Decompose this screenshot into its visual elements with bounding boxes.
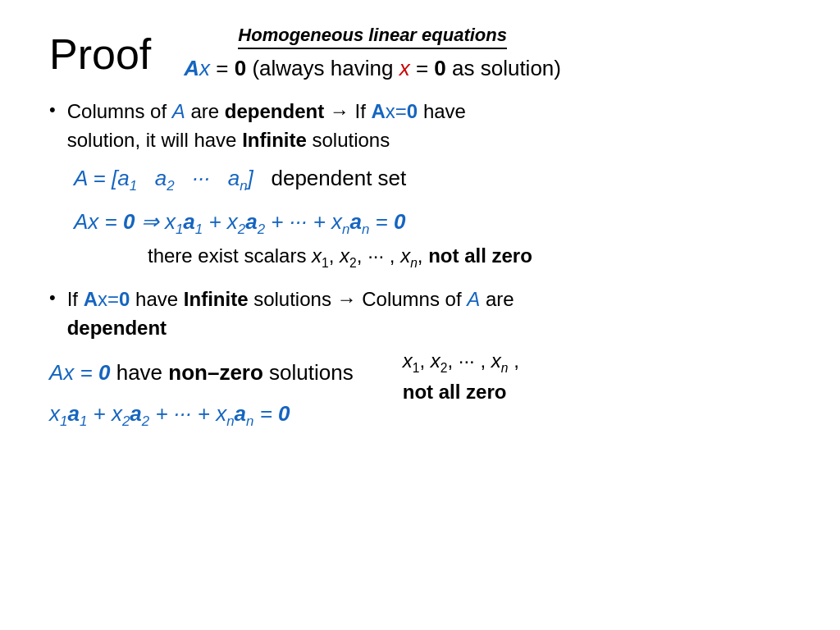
ax-term: Ax [184, 56, 210, 80]
combination-line: x1a1 + x2a2 + ··· + xnan = 0 [49, 395, 354, 434]
bottom-two-col: Ax = 0 have non–zero solutions x1a1 + x2… [49, 349, 791, 437]
not-all-zero-label-1: not all zero [428, 244, 532, 267]
header-section: Proof Homogeneous linear equations Ax = … [49, 25, 791, 81]
have-nonzero: have non–zero solutions [116, 360, 354, 385]
title-formula-col: Homogeneous linear equations Ax = 0 (alw… [184, 25, 561, 81]
infinite-label-2: Infinite [184, 288, 249, 310]
math-block-eq1: Ax = 0 ⇒ x1a1 + x2a2 + ··· + xnan = 0 [74, 203, 791, 242]
formula-description: (always having [252, 56, 399, 80]
Ax-ref-2: Ax=0 [84, 288, 130, 310]
scalars-line: there exist scalars x1, x2, ··· , xn, no… [148, 244, 791, 271]
bullet-section-1: • Columns of A are dependent → If Ax=0 h… [49, 98, 791, 271]
combination-expr: x1a1 + x2a2 + ··· + xnan = 0 [49, 401, 290, 426]
math-block-set: A = [a1 a2 ··· an] dependent set [74, 160, 791, 199]
bullet-text-2: If Ax=0 have Infinite solutions → Column… [67, 285, 514, 343]
A-set: A = [a1 a2 ··· an] [74, 166, 259, 190]
infinite-label-1: Infinite [242, 129, 307, 151]
main-formula: Ax = 0 (always having x = 0 as solution) [184, 56, 561, 81]
Ax-nonzero: Ax = 0 [49, 360, 116, 385]
bullet-item-2: • If Ax=0 have Infinite solutions → Colu… [49, 285, 791, 343]
bullet-item-1: • Columns of A are dependent → If Ax=0 h… [49, 98, 791, 155]
zero-rhs: 0 [235, 56, 246, 80]
equals-sign2: = [416, 56, 434, 80]
bullet-section-2: • If Ax=0 have Infinite solutions → Colu… [49, 285, 791, 437]
dependent-label-2: dependent [67, 317, 167, 339]
title-row: Proof Homogeneous linear equations Ax = … [49, 25, 791, 81]
Ax-ref-1: Ax=0 [372, 100, 418, 122]
dependent-label-1: dependent [225, 100, 324, 122]
content-area: • Columns of A are dependent → If Ax=0 h… [49, 98, 791, 437]
not-all-zero-label-2: not all zero [403, 381, 519, 404]
Ax-eq-0-line: Ax = 0 ⇒ x1a1 + x2a2 + ··· + xnan = 0 [74, 209, 405, 234]
xn-list: x1, x2, ··· , xn , [403, 349, 519, 376]
x-var: x [399, 56, 410, 80]
as-solution: as solution) [452, 56, 561, 80]
A-ref-2: A [467, 288, 480, 310]
bullet-dot-2: • [49, 287, 56, 308]
proof-label: Proof [49, 33, 151, 75]
dependent-set-label: dependent set [259, 166, 406, 190]
A-ref-1: A [172, 100, 185, 122]
slide-title: Homogeneous linear equations [238, 25, 507, 49]
bullet-text-1: Columns of A are dependent → If Ax=0 hav… [67, 98, 466, 155]
zero-bold: 0 [434, 56, 445, 80]
bullet-dot-1: • [49, 99, 56, 121]
ax-nonzero-line: Ax = 0 have non–zero solutions [49, 354, 354, 390]
col-left: Ax = 0 have non–zero solutions x1a1 + x2… [49, 349, 354, 437]
col-right: x1, x2, ··· , xn , not all zero [403, 349, 519, 404]
equals-sign: = [216, 56, 234, 80]
